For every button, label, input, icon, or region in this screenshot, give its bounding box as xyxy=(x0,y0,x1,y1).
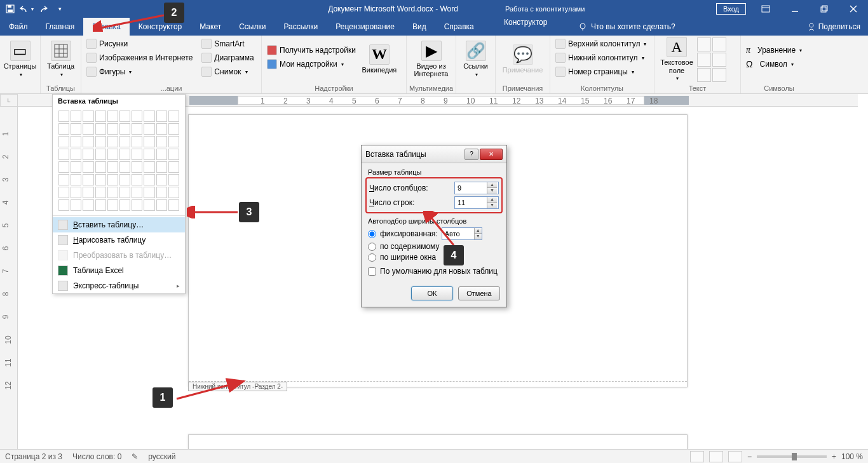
grid-cell[interactable] xyxy=(58,174,69,185)
fixed-width-radio[interactable] xyxy=(368,230,376,238)
read-mode-button[interactable] xyxy=(690,451,704,462)
grid-cell[interactable] xyxy=(71,187,81,198)
grid-cell[interactable] xyxy=(71,111,81,122)
redo-button[interactable] xyxy=(36,1,51,17)
textbox-button[interactable]: AТекстовое поле▾ xyxy=(657,37,696,81)
object-button[interactable] xyxy=(712,68,726,82)
grid-cell[interactable] xyxy=(168,136,179,147)
grid-cell[interactable] xyxy=(107,149,118,160)
grid-cell[interactable] xyxy=(144,187,154,198)
grid-cell[interactable] xyxy=(95,187,106,198)
tab-help[interactable]: Справка xyxy=(435,18,483,36)
tab-layout[interactable]: Макет xyxy=(191,18,230,36)
grid-cell[interactable] xyxy=(144,136,154,147)
minimize-button[interactable] xyxy=(780,0,810,18)
grid-cell[interactable] xyxy=(156,161,167,173)
pictures-button[interactable]: Рисунки xyxy=(84,37,195,51)
grid-cell[interactable] xyxy=(119,136,130,147)
grid-cell[interactable] xyxy=(71,149,81,160)
grid-cell[interactable] xyxy=(95,199,106,211)
grid-cell[interactable] xyxy=(119,199,130,211)
language-indicator[interactable]: русский xyxy=(148,452,175,461)
links-button[interactable]: 🔗Ссылки▾ xyxy=(459,37,492,81)
spin-down-icon[interactable]: ▼ xyxy=(487,188,497,194)
rows-input[interactable] xyxy=(455,199,487,206)
grid-cell[interactable] xyxy=(119,161,130,173)
grid-cell[interactable] xyxy=(119,111,130,122)
footer-button[interactable]: Нижний колонтитул▾ xyxy=(553,51,649,65)
grid-cell[interactable] xyxy=(156,174,167,185)
grid-cell[interactable] xyxy=(58,111,69,122)
dialog-titlebar[interactable]: Вставка таблицы ? ✕ xyxy=(362,145,506,163)
grid-cell[interactable] xyxy=(132,111,142,122)
grid-cell[interactable] xyxy=(132,136,142,147)
grid-cell[interactable] xyxy=(156,123,167,135)
shapes-button[interactable]: Фигуры▾ xyxy=(84,65,195,79)
excel-spreadsheet-menu-item[interactable]: Таблица Excel xyxy=(53,263,185,278)
grid-cell[interactable] xyxy=(107,111,118,122)
table-button[interactable]: Таблица▾ xyxy=(43,37,78,81)
tab-mailings[interactable]: Рассылки xyxy=(275,18,327,36)
grid-cell[interactable] xyxy=(119,149,130,160)
screenshot-button[interactable]: Снимок▾ xyxy=(199,65,256,79)
spin-up-icon[interactable]: ▲ xyxy=(487,182,497,188)
grid-cell[interactable] xyxy=(144,161,154,173)
grid-cell[interactable] xyxy=(58,199,69,211)
undo-button[interactable]: ▾ xyxy=(19,1,34,17)
grid-cell[interactable] xyxy=(132,199,142,211)
grid-cell[interactable] xyxy=(71,174,81,185)
grid-cell[interactable] xyxy=(156,136,167,147)
grid-cell[interactable] xyxy=(95,149,106,160)
chart-button[interactable]: Диаграмма xyxy=(199,51,256,65)
page-number-button[interactable]: Номер страницы▾ xyxy=(553,65,649,79)
word-count[interactable]: Число слов: 0 xyxy=(72,452,121,461)
grid-cell[interactable] xyxy=(83,149,93,160)
smartart-button[interactable]: SmartArt xyxy=(199,37,256,51)
grid-cell[interactable] xyxy=(83,111,93,122)
tab-home[interactable]: Главная xyxy=(37,18,84,36)
date-time-button[interactable] xyxy=(697,68,711,82)
columns-spinner[interactable]: ▲▼ xyxy=(454,182,499,194)
autofit-contents-radio[interactable] xyxy=(368,243,376,251)
grid-cell[interactable] xyxy=(107,174,118,185)
grid-cell[interactable] xyxy=(132,161,142,173)
tab-references[interactable]: Ссылки xyxy=(230,18,275,36)
grid-cell[interactable] xyxy=(71,161,81,173)
grid-cell[interactable] xyxy=(168,174,179,185)
tab-file[interactable]: Файл xyxy=(0,18,37,36)
vertical-ruler[interactable]: 123456789101112 xyxy=(0,107,18,449)
dialog-help-button[interactable]: ? xyxy=(465,149,478,160)
grid-cell[interactable] xyxy=(95,174,106,185)
grid-cell[interactable] xyxy=(107,199,118,211)
grid-cell[interactable] xyxy=(168,123,179,135)
grid-cell[interactable] xyxy=(144,149,154,160)
grid-cell[interactable] xyxy=(168,149,179,160)
ok-button[interactable]: ОК xyxy=(411,286,453,300)
insert-table-menu-item[interactable]: Вставить таблицу… xyxy=(53,217,185,232)
table-size-grid[interactable] xyxy=(53,107,185,214)
header-button[interactable]: Верхний колонтитул▾ xyxy=(553,37,649,51)
grid-cell[interactable] xyxy=(132,174,142,185)
qat-customize-button[interactable]: ▾ xyxy=(52,1,67,17)
grid-cell[interactable] xyxy=(58,149,69,160)
draw-table-menu-item[interactable]: Нарисовать таблицу xyxy=(53,232,185,248)
grid-cell[interactable] xyxy=(168,187,179,198)
grid-cell[interactable] xyxy=(156,149,167,160)
sign-in-button[interactable]: Вход xyxy=(716,3,746,15)
grid-cell[interactable] xyxy=(71,123,81,135)
columns-input[interactable] xyxy=(455,184,487,192)
tell-me-search[interactable]: Что вы хотите сделать? xyxy=(578,18,675,36)
grid-cell[interactable] xyxy=(144,174,154,185)
tab-review[interactable]: Рецензирование xyxy=(327,18,403,36)
grid-cell[interactable] xyxy=(107,123,118,135)
zoom-in-button[interactable]: + xyxy=(832,452,836,461)
grid-cell[interactable] xyxy=(95,111,106,122)
zoom-out-button[interactable]: − xyxy=(747,452,752,461)
grid-cell[interactable] xyxy=(132,187,142,198)
grid-cell[interactable] xyxy=(95,123,106,135)
ribbon-display-button[interactable] xyxy=(751,0,780,18)
share-button[interactable]: Поделиться xyxy=(807,18,860,36)
autofit-window-radio[interactable] xyxy=(368,253,376,262)
tab-hf-design[interactable]: Конструктор xyxy=(495,18,556,27)
spelling-icon[interactable]: ✎ xyxy=(132,452,138,461)
